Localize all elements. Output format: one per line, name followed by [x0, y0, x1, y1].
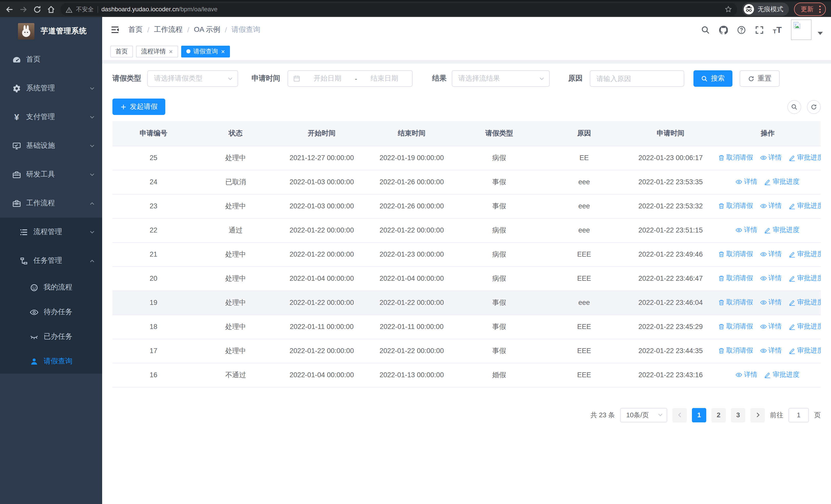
sidebar-item-monitor[interactable]: 基础设施: [0, 131, 102, 160]
sidebar-item-user[interactable]: 请假查询: [0, 349, 102, 374]
eyemini-icon: [736, 179, 742, 185]
action-progress-link[interactable]: 审批进度: [789, 346, 821, 355]
action-progress-link[interactable]: 审批进度: [789, 322, 821, 331]
eye-icon: [30, 308, 38, 317]
close-icon[interactable]: ×: [169, 48, 173, 55]
tab[interactable]: 首页: [110, 46, 133, 57]
url-text[interactable]: dashboard.yudao.iocoder.cn/bpm/oa/leave: [102, 6, 218, 13]
cell-end: 2022-01-26 00:00:00: [367, 194, 457, 218]
fullscreen-icon[interactable]: [755, 25, 764, 34]
sidebar-collapse-icon[interactable]: [110, 25, 120, 34]
action-detail-link[interactable]: 详情: [760, 346, 782, 355]
avatar-caret-icon[interactable]: [818, 32, 823, 35]
search-icon[interactable]: [701, 25, 710, 34]
url-bar[interactable]: 不安全 dashboard.yudao.iocoder.cn/bpm/oa/le…: [61, 3, 737, 16]
browser-home-icon[interactable]: [47, 5, 55, 13]
sidebar-item-toolbox[interactable]: 研发工具: [0, 160, 102, 189]
sidebar-item-gear[interactable]: 系统管理: [0, 74, 102, 102]
table-refresh-button[interactable]: [807, 100, 821, 114]
font-size-icon[interactable]: TT: [773, 25, 782, 34]
goto-page-input[interactable]: [789, 408, 809, 422]
cell-status: 通过: [195, 218, 277, 242]
page-size-select[interactable]: 10条/页: [620, 408, 667, 422]
prev-page-button[interactable]: [672, 408, 687, 422]
cell-end: 2022-01-13 00:00:00: [367, 363, 457, 387]
breadcrumb-item[interactable]: 工作流程: [154, 25, 183, 34]
browser-menu-icon[interactable]: [819, 6, 821, 13]
search-button[interactable]: 搜索: [693, 70, 733, 87]
browser-back-icon[interactable]: [5, 5, 14, 13]
sidebar-item-robot[interactable]: 我的流程: [0, 275, 102, 300]
reason-input[interactable]: [590, 70, 684, 87]
action-progress-link[interactable]: 审批进度: [789, 298, 821, 307]
sidebar-item-yen[interactable]: ¥支付管理: [0, 102, 102, 131]
action-detail-link[interactable]: 详情: [760, 153, 782, 162]
action-detail-link[interactable]: 详情: [760, 322, 782, 331]
sidebar-item-eyeclosed[interactable]: 已办任务: [0, 324, 102, 349]
user-icon: [30, 357, 38, 366]
sidebar-item-briefcase[interactable]: 工作流程: [0, 189, 102, 217]
page-button[interactable]: 1: [692, 408, 706, 422]
sidebar-item-eye[interactable]: 待办任务: [0, 300, 102, 324]
cell-end: 2022-01-11 00:00:00: [367, 315, 457, 339]
cell-id: 18: [112, 315, 195, 339]
github-icon[interactable]: [719, 25, 728, 34]
avatar[interactable]: [791, 20, 811, 40]
action-progress-link[interactable]: 审批进度: [789, 202, 821, 211]
action-progress-link[interactable]: 审批进度: [789, 250, 821, 259]
cell-id: 22: [112, 218, 195, 242]
action-cancel-link[interactable]: 取消请假: [718, 250, 753, 259]
cell-end: 2022-01-26 00:00:00: [367, 170, 457, 194]
browser-forward-icon[interactable]: [19, 5, 28, 13]
action-cancel-link[interactable]: 取消请假: [718, 322, 753, 331]
bookmark-star-icon[interactable]: [725, 6, 732, 13]
app-logo-row[interactable]: 芋道管理系统: [0, 17, 102, 45]
action-progress-link[interactable]: 审批进度: [765, 177, 799, 186]
action-detail-link[interactable]: 详情: [736, 370, 757, 380]
create-leave-button[interactable]: 发起请假: [112, 98, 165, 115]
action-progress-link[interactable]: 审批进度: [789, 153, 821, 162]
action-cancel-link[interactable]: 取消请假: [718, 153, 753, 162]
tab[interactable]: 请假查询×: [181, 46, 230, 57]
action-cancel-link[interactable]: 取消请假: [718, 298, 753, 307]
browser-reload-icon[interactable]: [33, 5, 41, 13]
tab[interactable]: 流程详情×: [136, 46, 178, 57]
security-warning-label[interactable]: 不安全: [76, 5, 94, 13]
action-progress-link[interactable]: 审批进度: [765, 370, 799, 380]
calendar-icon: [293, 75, 300, 82]
update-label[interactable]: 更新: [801, 5, 813, 13]
next-page-button[interactable]: [750, 408, 765, 422]
help-icon[interactable]: [737, 25, 746, 34]
action-detail-link[interactable]: 详情: [760, 202, 782, 211]
action-detail-link[interactable]: 详情: [760, 274, 782, 283]
page-header: 首页/工作流程/OA 示例/请假查询 TT: [102, 17, 831, 42]
result-select[interactable]: 请选择流结果: [452, 70, 550, 87]
action-progress-link[interactable]: 审批进度: [765, 226, 799, 235]
sidebar-item-tree[interactable]: 任务管理: [0, 246, 102, 275]
page-button[interactable]: 2: [711, 408, 726, 422]
sidebar-item-dashboard[interactable]: 首页: [0, 45, 102, 74]
page-button[interactable]: 3: [731, 408, 745, 422]
reset-button[interactable]: 重置: [740, 70, 780, 87]
table-search-toggle-button[interactable]: [787, 100, 801, 114]
action-detail-link[interactable]: 详情: [760, 250, 782, 259]
chevron-down-icon: [658, 412, 663, 418]
app-title: 芋道管理系统: [40, 26, 87, 36]
cell-applied: 2022-01-22 23:53:32: [627, 194, 715, 218]
breadcrumb-item[interactable]: 首页: [128, 25, 143, 34]
browser-update-button[interactable]: 更新: [794, 3, 826, 16]
action-progress-link[interactable]: 审批进度: [789, 274, 821, 283]
action-detail-link[interactable]: 详情: [736, 177, 757, 186]
sidebar-item-list[interactable]: 流程管理: [0, 217, 102, 246]
breadcrumb-item[interactable]: OA 示例: [194, 25, 221, 34]
leave-type-select[interactable]: 请选择请假类型: [147, 70, 238, 87]
cell-type: 病假: [457, 266, 542, 291]
action-cancel-link[interactable]: 取消请假: [718, 346, 753, 355]
action-detail-link[interactable]: 详情: [736, 226, 757, 235]
action-detail-link[interactable]: 详情: [760, 298, 782, 307]
close-icon[interactable]: ×: [221, 48, 225, 55]
action-cancel-link[interactable]: 取消请假: [718, 274, 753, 283]
date-range-picker[interactable]: 开始日期 - 结束日期: [287, 70, 413, 87]
action-cancel-link[interactable]: 取消请假: [718, 202, 753, 211]
security-warning-icon[interactable]: [66, 6, 73, 12]
